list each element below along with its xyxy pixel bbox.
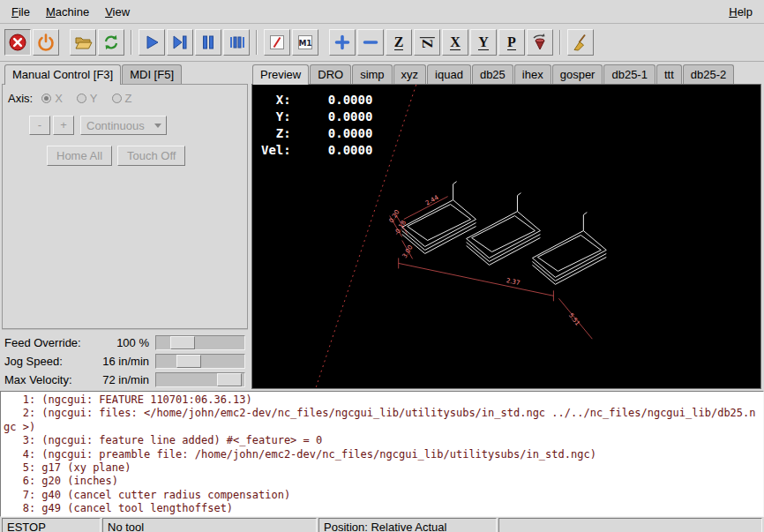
reload-icon [101,33,121,52]
tab[interactable]: xyz [393,64,427,84]
slider-trough[interactable] [155,354,245,369]
view-z-rotated-button[interactable]: Z [414,29,440,56]
slider-row: Feed Override: 100 % [2,333,248,352]
axis-radios: X Y Z [41,92,146,105]
step-button[interactable] [167,29,193,56]
home-all-button[interactable]: Home All [47,146,112,166]
axis-radio[interactable]: X [41,92,63,105]
stop-icon [227,33,246,52]
control-panel: Manual Control [F3]MDI [F5] Axis: X [0,62,250,391]
slider-trough[interactable] [155,335,245,350]
pause-button[interactable] [195,29,221,56]
slider-thumb[interactable] [176,355,201,368]
tab[interactable]: gosper [552,64,603,84]
dro-axis-value: 0.0000 [291,92,373,109]
view-y-button[interactable]: Y [470,29,497,56]
radio-icon [77,94,86,103]
touch-off-button[interactable]: Touch Off [117,146,185,166]
clear-plot-button[interactable] [567,29,594,56]
slider-value: 100 % [86,336,155,349]
jog-minus-button[interactable]: - [29,116,50,135]
slider-value: 16 in/min [86,355,155,368]
slider-label: Feed Override: [4,336,81,349]
zoom-out-button[interactable] [357,29,384,56]
gcode-line[interactable]: 5: g17 (xy plane) [4,461,760,475]
menu-item-help[interactable]: Help [721,2,760,22]
gcode-line[interactable]: 1: (ngcgui: FEATURE 110701:06.36.13) [4,393,760,407]
reload-button[interactable] [98,29,124,56]
dro-axis-label: Z: [261,125,291,142]
gcode-listing[interactable]: 1: (ngcgui: FEATURE 110701:06.36.13) 2: … [0,391,764,517]
view-z-button[interactable]: Z [386,29,412,56]
gcode-line[interactable]: 7: g40 (cancel cutter radius compensatio… [4,489,760,502]
gcode-line[interactable]: 8: g49 (cancel tool lengthoffset) [4,502,760,515]
tab[interactable]: DRO [310,64,351,84]
block-delete-icon [267,33,287,52]
broom-icon [571,33,590,52]
tab[interactable]: simp [352,64,392,84]
tab[interactable]: ihex [514,64,551,84]
tab[interactable]: db25 [472,64,513,84]
svg-text:M1: M1 [298,39,311,48]
tab[interactable]: Manual Control [F3] [4,64,121,85]
menu-item[interactable]: View [97,2,138,22]
view-x-button[interactable]: X [442,29,468,56]
manual-control-panel: Axis: X Y [2,84,248,329]
slider-thumb[interactable] [170,336,195,349]
slider-thumb[interactable] [217,373,242,386]
tab[interactable]: ttt [656,64,682,84]
toolbar-separator [131,30,132,55]
dro-axis-value: 0.0000 [291,125,373,142]
dro-axis-value: 0.0000 [291,109,373,125]
tab[interactable]: db25-1 [603,64,655,84]
axis-radio[interactable]: Z [112,92,132,105]
slider-row: Jog Speed: 16 in/min [2,352,248,371]
menu-item[interactable]: File [4,2,38,22]
menu-item[interactable]: Machine [38,2,97,22]
machine-power-button[interactable] [33,29,59,56]
view-x-icon: X [450,34,461,50]
dro-axis-label: Y: [261,109,291,125]
rotate-icon [530,33,550,52]
dro-readout: X: 0.0000 Y: 0.0000 Z: 0.0000 [261,92,372,159]
axis-label: Axis: [8,92,33,105]
toolbar: M1 Z Z X Y P [0,24,764,62]
tab[interactable]: MDI [F5] [122,64,182,84]
dro-row: Vel: 0.0000 [261,142,372,159]
preview-canvas[interactable]: X: 0.0000 Y: 0.0000 Z: 0.0000 [251,84,761,389]
tab[interactable]: db25-2 [683,64,734,84]
view-p-button[interactable]: P [498,29,525,56]
status-empty [498,518,762,532]
gcode-line[interactable]: 2: (ngcgui: files: </home/john/emc2-dev/… [4,407,760,420]
jog-mode-dropdown[interactable]: Continuous [80,116,167,135]
gcode-line[interactable]: 3: (ngcgui: feature line added) #<_featu… [4,434,760,447]
stop-button[interactable] [223,29,250,56]
optional-stop-button[interactable]: M1 [292,29,318,56]
chevron-down-icon [154,124,161,128]
rotate-view-button[interactable] [527,29,553,56]
menubar: FileMachineView Help [0,0,764,24]
gcode-line[interactable]: gc >) [4,421,760,434]
run-button[interactable] [139,29,165,56]
gcode-line[interactable]: 4: (ngcgui: preamble file: /home/john/em… [4,448,760,461]
optional-stop-icon: M1 [296,33,315,52]
jog-plus-button[interactable]: + [53,116,74,135]
slider-label: Max Velocity: [4,373,72,386]
dro-axis-label: X: [261,92,291,109]
slider-panel: Feed Override: 100 % Jog Speed: 16 in/mi… [2,329,248,391]
dro-row: Z: 0.0000 [261,125,372,142]
status-position-mode: Position: Relative Actual [318,518,497,532]
open-file-button[interactable] [70,29,96,56]
status-tool: No tool [102,518,317,532]
tab[interactable]: Preview [252,64,309,85]
zoom-in-icon [333,33,352,52]
tab[interactable]: iquad [427,64,471,84]
zoom-in-button[interactable] [329,29,356,56]
block-delete-button[interactable] [264,29,290,56]
status-machine-state: ESTOP [2,518,101,532]
gcode-line[interactable]: 6: g20 (inches) [4,475,760,488]
toolbar-separator [559,30,561,55]
axis-radio[interactable]: Y [77,92,98,105]
estop-button[interactable] [4,29,31,56]
slider-trough[interactable] [155,372,245,387]
